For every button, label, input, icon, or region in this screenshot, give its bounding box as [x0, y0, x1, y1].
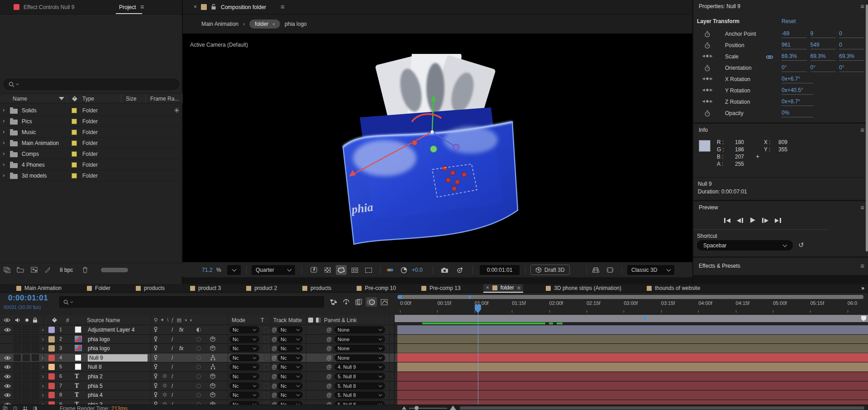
breadcrumb-root[interactable]: Main Animation: [201, 21, 238, 27]
layer-row-1[interactable]: ›1Adjustment Layer 4/fxNc@Nc@None: [0, 325, 868, 335]
parent-dropdown[interactable]: None: [334, 354, 385, 362]
timeline-tab-pre-comp-13[interactable]: Pre-comp 13: [419, 284, 463, 293]
previous-keyframe-icon[interactable]: ◀: [702, 88, 705, 92]
solo-cell[interactable]: [23, 354, 30, 361]
property-value[interactable]: 0: [839, 30, 864, 38]
gear-icon[interactable]: [162, 373, 167, 379]
exposure-reset-icon[interactable]: [398, 265, 409, 275]
project-row[interactable]: ›MusicFolder: [0, 127, 183, 138]
eye-icon[interactable]: [4, 318, 10, 323]
blend-mode-dropdown[interactable]: Nc: [229, 382, 259, 390]
alpha-matte-icon[interactable]: [308, 318, 313, 323]
layer-name[interactable]: phia 4: [88, 392, 103, 398]
property-value[interactable]: 69.3%: [811, 53, 836, 61]
layer-duration-bar[interactable]: [397, 362, 868, 371]
parent-pickwhip-icon[interactable]: @: [326, 336, 332, 342]
lock-cell[interactable]: [32, 373, 39, 380]
motion-blur-switch-icon[interactable]: [196, 374, 201, 379]
lock-icon[interactable]: [33, 317, 38, 323]
audio-cell[interactable]: [14, 363, 21, 370]
timeline-tab-folder[interactable]: ×folder≡: [483, 284, 524, 293]
layer-name[interactable]: Adjustment Layer 4: [88, 327, 134, 333]
expand-chevron-icon[interactable]: ›: [3, 139, 5, 146]
track-matte-dropdown[interactable]: Nc: [277, 382, 303, 390]
composition-viewport[interactable]: Active Camera (Default): [183, 34, 692, 262]
layer-row-8[interactable]: ›8Tphia 4/Nc@Nc@5. Null 8: [0, 391, 868, 400]
parent-dropdown[interactable]: 5. Null 8: [334, 382, 385, 390]
link-icon[interactable]: [766, 55, 773, 59]
first-frame-button[interactable]: [724, 218, 730, 223]
layer-label-swatch[interactable]: [48, 336, 55, 342]
transparency-grid-icon[interactable]: [322, 265, 333, 275]
layer-row-2[interactable]: ›2phia logo/Nc@Nc@None: [0, 335, 868, 344]
expand-chevron-icon[interactable]: ›: [3, 106, 5, 113]
gear-icon[interactable]: [162, 392, 167, 397]
preserve-transparency-checkbox[interactable]: [264, 355, 269, 361]
parent-dropdown[interactable]: None: [334, 326, 385, 333]
motion-blur-switch-icon[interactable]: [196, 393, 201, 397]
column-size[interactable]: Size: [126, 96, 136, 102]
lock-cell[interactable]: [32, 382, 39, 389]
motion-blur-icon[interactable]: [366, 297, 377, 307]
solo-icon[interactable]: [25, 318, 29, 322]
property-value[interactable]: 0°: [811, 64, 836, 72]
project-row[interactable]: ›CompsFolder: [0, 149, 183, 159]
anchor-switch-icon[interactable]: [153, 327, 158, 333]
draft-3d-button[interactable]: Draft 3D: [530, 265, 570, 275]
tag-icon[interactable]: [52, 317, 57, 323]
expand-chevron-icon[interactable]: ›: [3, 117, 5, 124]
track-matte-dropdown[interactable]: Nc: [277, 345, 303, 352]
parent-dropdown[interactable]: 4. Null 9: [334, 363, 385, 371]
panel-menu-icon[interactable]: ≡: [860, 262, 864, 269]
solo-cell[interactable]: [23, 373, 30, 380]
panel-menu-icon[interactable]: ≡: [281, 3, 285, 10]
tab-project[interactable]: Project: [119, 4, 136, 10]
quality-switch-icon[interactable]: /: [172, 345, 173, 352]
blend-mode-dropdown[interactable]: Nc: [229, 363, 259, 371]
zoom-level[interactable]: 71.2: [202, 267, 212, 273]
preserve-transparency-checkbox[interactable]: [264, 374, 269, 379]
parent-pickwhip-icon[interactable]: @: [326, 327, 332, 333]
solo-cell[interactable]: [23, 326, 30, 333]
property-label[interactable]: Position: [725, 42, 744, 48]
timeline-search-input[interactable]: [59, 296, 324, 308]
gear-icon[interactable]: [162, 383, 167, 388]
3d-layer-cube-icon[interactable]: [210, 383, 215, 389]
panel-menu-icon[interactable]: ≡: [860, 126, 864, 133]
current-time-display[interactable]: 0:00:01:01: [8, 294, 48, 303]
bpc-button[interactable]: 8 bpc: [57, 266, 76, 274]
column-name[interactable]: Name: [13, 96, 27, 102]
frame-blending-icon[interactable]: [353, 297, 364, 307]
property-value[interactable]: 0x+6.7°: [782, 76, 813, 83]
preserve-transparency-checkbox[interactable]: [264, 364, 269, 370]
timeline-horizontal-scrollbar[interactable]: [397, 295, 863, 299]
panel-menu-icon[interactable]: ≡: [140, 3, 144, 10]
quality-switch-icon[interactable]: /: [172, 355, 173, 361]
audio-cell[interactable]: [14, 373, 21, 380]
next-frame-button[interactable]: [762, 218, 768, 223]
3d-layer-cube-icon[interactable]: [210, 392, 215, 398]
eye-icon[interactable]: [4, 328, 11, 332]
property-label[interactable]: Orientation: [725, 65, 752, 71]
project-row[interactable]: ›3d modelsFolder: [0, 170, 183, 181]
quality-switch-icon[interactable]: /: [172, 392, 173, 398]
audio-cell[interactable]: [14, 354, 21, 361]
layer-row-6[interactable]: ›6Tphia 2/Nc@Nc@5. Null 8: [0, 372, 868, 381]
lock-cell[interactable]: [32, 354, 39, 361]
breadcrumb-leaf[interactable]: phia logo: [285, 21, 307, 27]
property-value[interactable]: 69.3%: [782, 53, 807, 61]
solo-cell[interactable]: [23, 363, 30, 370]
motion-blur-switch-icon[interactable]: [196, 356, 201, 360]
region-of-interest-icon[interactable]: [349, 265, 360, 275]
property-value[interactable]: 0°: [839, 64, 864, 72]
previous-keyframe-icon[interactable]: ◀: [702, 99, 705, 103]
panel-menu-icon[interactable]: ≡: [517, 285, 521, 291]
solo-cell[interactable]: [23, 391, 30, 398]
layer-name[interactable]: phia logo: [88, 345, 110, 352]
lock-cell[interactable]: [32, 345, 39, 352]
last-frame-button[interactable]: [775, 218, 781, 223]
parent-dropdown[interactable]: None: [334, 345, 385, 352]
eye-icon[interactable]: [4, 384, 11, 388]
label-color-swatch[interactable]: [72, 140, 77, 146]
fast-previews-icon[interactable]: [309, 265, 320, 275]
